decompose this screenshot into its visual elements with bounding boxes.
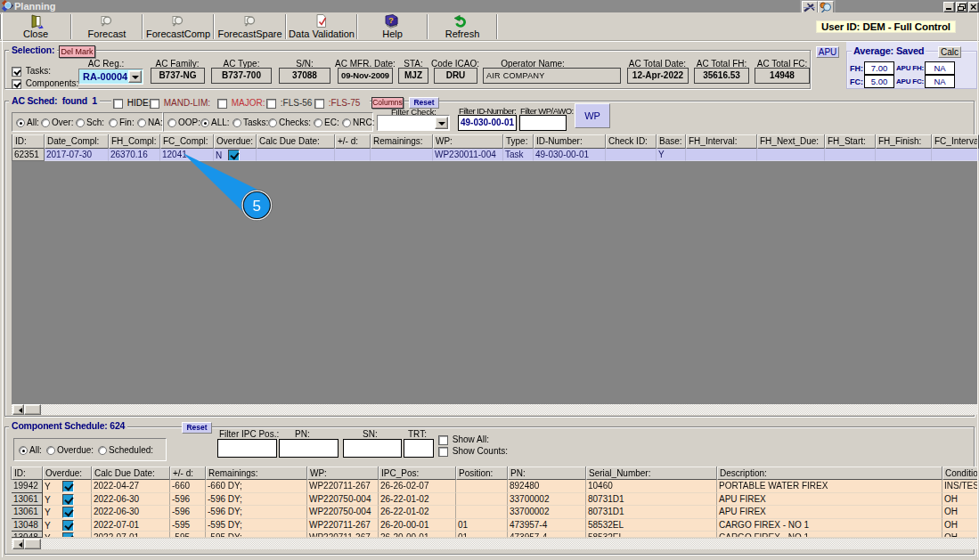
svg-text:5: 5 — [253, 198, 261, 215]
svg-text:?: ? — [388, 15, 394, 25]
